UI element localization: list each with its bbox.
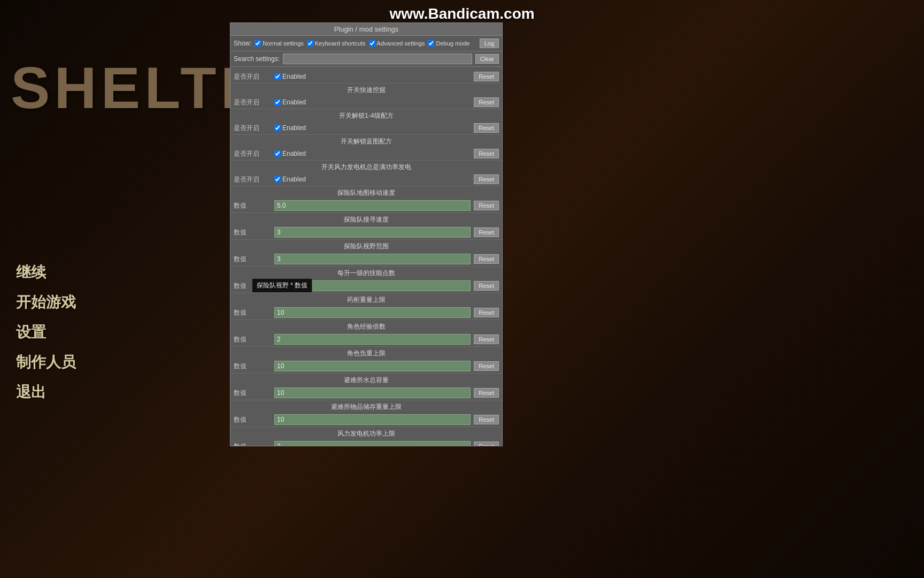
menu-item-new-game[interactable]: 开始游戏 xyxy=(16,292,76,313)
reset-button-3[interactable]: Reset xyxy=(474,149,499,158)
debug-mode-checkbox[interactable] xyxy=(428,40,434,47)
log-button[interactable]: Log xyxy=(480,39,499,48)
enabled-checkbox-2[interactable]: Enabled xyxy=(274,124,306,132)
search-bar: Search settings: Clear xyxy=(230,51,502,67)
setting-group-10: 角色经验倍数 数值 Reset xyxy=(230,320,502,347)
watermark: www.Bandicam.com xyxy=(389,5,534,22)
setting-group-11: 角色负重上限 数值 Reset xyxy=(230,347,502,374)
reset-button-11[interactable]: Reset xyxy=(474,361,499,371)
show-label: Show: xyxy=(234,40,251,47)
menu-item-exit[interactable]: 退出 xyxy=(16,382,76,402)
enabled-checkbox-4[interactable]: Enabled xyxy=(274,176,306,183)
value-input-13[interactable] xyxy=(274,414,471,425)
value-input-12[interactable] xyxy=(274,387,471,398)
enabled-check-3[interactable] xyxy=(274,150,281,157)
debug-mode-checkbox-item[interactable]: Debug mode xyxy=(428,40,469,47)
setting-title-5: 探险队地图移动速度 xyxy=(230,186,502,199)
setting-row-7: 数值 Reset xyxy=(230,252,502,266)
normal-settings-checkbox-item[interactable]: Normal settings xyxy=(255,40,303,47)
setting-group-2: 开关解锁1-4级配方 是否开启 Enabled Reset xyxy=(230,109,502,135)
dialog-title: Plugin / mod settings xyxy=(230,23,502,36)
search-label: Search settings: xyxy=(234,55,280,63)
clear-button[interactable]: Clear xyxy=(475,54,499,64)
plugin-settings-dialog: Plugin / mod settings Show: Normal setti… xyxy=(230,22,503,446)
setting-value-13 xyxy=(274,414,471,425)
advanced-settings-checkbox-item[interactable]: Advanced settings xyxy=(369,40,425,47)
setting-title-12: 避难所水总容量 xyxy=(230,374,502,386)
setting-value-11 xyxy=(274,361,471,371)
setting-value-7 xyxy=(274,254,471,264)
enabled-checkbox-0[interactable]: Enabled xyxy=(274,73,306,80)
reset-button-7[interactable]: Reset xyxy=(474,254,499,264)
reset-button-6[interactable]: Reset xyxy=(474,227,499,237)
setting-value-0: Enabled xyxy=(274,73,471,80)
keyboard-shortcuts-checkbox[interactable] xyxy=(307,40,313,47)
settings-content[interactable]: 是否开启 Enabled Reset 开关快速挖掘 是否开启 Enabled xyxy=(230,67,502,446)
value-input-7[interactable] xyxy=(274,254,471,264)
menu-item-credits[interactable]: 制作人员 xyxy=(16,352,76,372)
value-input-8[interactable] xyxy=(274,280,471,291)
setting-row-6: 数值 Reset xyxy=(230,225,502,239)
enabled-label-4: Enabled xyxy=(282,176,306,183)
menu-item-settings[interactable]: 设置 xyxy=(16,322,76,343)
value-input-11[interactable] xyxy=(274,361,471,371)
setting-group-6: 探险队搜寻速度 数值 Reset xyxy=(230,213,502,240)
reset-button-0[interactable]: Reset xyxy=(474,72,499,81)
enabled-check-2[interactable] xyxy=(274,125,281,131)
reset-button-4[interactable]: Reset xyxy=(474,174,499,184)
reset-button-13[interactable]: Reset xyxy=(474,415,499,424)
setting-label-0: 是否开启 xyxy=(234,72,271,81)
enabled-label-2: Enabled xyxy=(282,124,306,132)
setting-label-6: 数值 xyxy=(234,228,271,237)
reset-button-9[interactable]: Reset xyxy=(474,308,499,317)
setting-title-6: 探险队搜寻速度 xyxy=(230,213,502,225)
reset-button-5[interactable]: Reset xyxy=(474,201,499,210)
setting-title-13: 避难所物品储存重量上限 xyxy=(230,400,502,413)
advanced-settings-checkbox[interactable] xyxy=(369,40,375,47)
setting-title-2: 开关解锁1-4级配方 xyxy=(230,109,502,121)
setting-label-11: 数值 xyxy=(234,362,271,371)
setting-title-9: 药柜重量上限 xyxy=(230,293,502,306)
enabled-checkbox-1[interactable]: Enabled xyxy=(274,98,306,106)
reset-button-2[interactable]: Reset xyxy=(474,123,499,133)
enabled-check-1[interactable] xyxy=(274,99,281,105)
setting-title-7: 探险队视野范围 xyxy=(230,240,502,252)
setting-label-3: 是否开启 xyxy=(234,149,271,158)
enabled-label-3: Enabled xyxy=(282,150,306,157)
enabled-check-0[interactable] xyxy=(274,73,281,80)
enabled-label-1: Enabled xyxy=(282,98,306,106)
setting-value-1: Enabled xyxy=(274,98,471,106)
reset-button-12[interactable]: Reset xyxy=(474,388,499,398)
enabled-label-0: Enabled xyxy=(282,73,306,80)
search-input[interactable] xyxy=(283,54,472,64)
setting-group-3: 开关解锁蓝图配方 是否开启 Enabled Reset xyxy=(230,135,502,161)
setting-label-4: 是否开启 xyxy=(234,175,271,184)
enabled-checkbox-3[interactable]: Enabled xyxy=(274,150,306,157)
keyboard-shortcuts-checkbox-item[interactable]: Keyboard shortcuts xyxy=(307,40,366,47)
value-input-5[interactable] xyxy=(274,200,471,211)
enabled-check-4[interactable] xyxy=(274,176,281,182)
reset-button-14[interactable]: Reset xyxy=(474,442,499,446)
value-input-6[interactable] xyxy=(274,227,471,238)
setting-label-1: 是否开启 xyxy=(234,98,271,107)
value-input-10[interactable] xyxy=(274,334,471,345)
setting-title-11: 角色负重上限 xyxy=(230,347,502,359)
setting-value-4: Enabled xyxy=(274,176,471,183)
reset-button-1[interactable]: Reset xyxy=(474,97,499,107)
value-input-9[interactable] xyxy=(274,307,471,318)
main-menu: 继续 开始游戏 设置 制作人员 退出 xyxy=(16,262,76,402)
reset-button-10[interactable]: Reset xyxy=(474,334,499,344)
value-input-14[interactable] xyxy=(274,441,471,446)
setting-title-8: 每升一级的技能点数 xyxy=(230,267,502,279)
setting-title-1: 开关快速挖掘 xyxy=(230,83,502,96)
setting-label-9: 数值 xyxy=(234,308,271,317)
setting-label-13: 数值 xyxy=(234,415,271,424)
setting-label-10: 数值 xyxy=(234,335,271,344)
setting-group-4: 开关风力发电机总是满功率发电 是否开启 Enabled Reset xyxy=(230,161,502,186)
setting-value-6 xyxy=(274,227,471,238)
normal-settings-checkbox[interactable] xyxy=(255,40,261,47)
reset-button-8[interactable]: Reset xyxy=(474,281,499,291)
setting-row-12: 数值 Reset xyxy=(230,386,502,400)
menu-item-continue[interactable]: 继续 xyxy=(16,262,76,283)
setting-group-9: 药柜重量上限 数值 Reset xyxy=(230,293,502,320)
